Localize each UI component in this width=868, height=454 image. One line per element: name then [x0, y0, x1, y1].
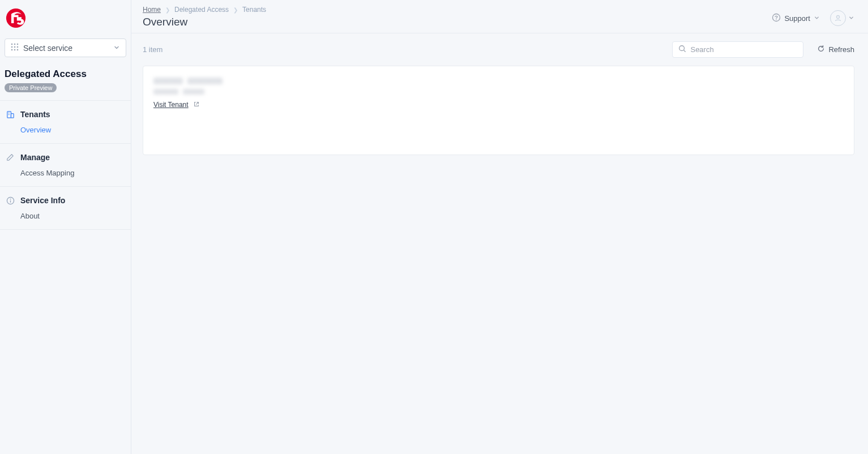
user-avatar-icon [830, 10, 846, 26]
svg-point-3 [17, 44, 19, 45]
f5-logo [6, 8, 26, 28]
chevron-down-icon [814, 14, 820, 23]
apps-grid-icon [11, 43, 19, 53]
pencil-icon [6, 153, 15, 161]
svg-line-21 [684, 50, 686, 52]
svg-point-18 [776, 19, 777, 19]
tenant-card: Visit Tenant [143, 66, 854, 155]
product-badge: Private Preview [5, 83, 57, 92]
breadcrumb-home[interactable]: Home [143, 6, 161, 14]
product-title: Delegated Access [5, 68, 126, 80]
svg-point-2 [14, 44, 16, 45]
svg-point-7 [11, 49, 13, 51]
refresh-button[interactable]: Refresh [817, 45, 854, 54]
service-selector[interactable]: Select service [5, 38, 126, 57]
svg-point-19 [837, 16, 840, 19]
redacted-tenant-name [153, 78, 844, 84]
nav-header-label: Tenants [20, 110, 50, 119]
refresh-label: Refresh [828, 45, 854, 54]
breadcrumb-delegated-access: Delegated Access [174, 6, 229, 14]
support-icon [772, 13, 781, 24]
svg-point-9 [17, 49, 19, 51]
external-link-icon [193, 100, 200, 109]
search-icon [678, 45, 686, 54]
sidebar: Select service Delegated Access Private … [0, 0, 131, 454]
search-input[interactable] [690, 45, 797, 54]
topbar: Home ❯ Delegated Access ❯ Tenants Overvi… [131, 0, 868, 33]
svg-point-15 [10, 199, 11, 200]
chevron-down-icon [113, 44, 120, 53]
nav-section-service-info: Service Info About [0, 187, 131, 230]
nav-header-manage[interactable]: Manage [0, 153, 131, 163]
nav-header-service-info[interactable]: Service Info [0, 196, 131, 206]
refresh-icon [817, 45, 825, 54]
service-selector-label: Select service [23, 44, 113, 53]
product-header: Delegated Access Private Preview [0, 57, 131, 101]
visit-tenant-row: Visit Tenant [153, 100, 844, 109]
svg-point-6 [17, 46, 19, 48]
building-icon [6, 110, 15, 119]
breadcrumb: Home ❯ Delegated Access ❯ Tenants [143, 6, 772, 14]
nav-header-label: Service Info [20, 196, 65, 205]
svg-point-1 [11, 44, 13, 45]
redacted-tenant-meta [153, 89, 844, 95]
nav-header-tenants[interactable]: Tenants [0, 110, 131, 120]
chevron-down-icon [848, 14, 854, 23]
nav-section-tenants: Tenants Overview [0, 101, 131, 144]
support-button[interactable]: Support [772, 13, 820, 24]
svg-point-5 [14, 46, 16, 48]
sidebar-item-overview[interactable]: Overview [0, 120, 131, 134]
chevron-right-icon: ❯ [233, 7, 238, 13]
svg-point-0 [6, 8, 25, 28]
sidebar-item-about[interactable]: About [0, 206, 131, 220]
svg-point-8 [14, 49, 16, 51]
topbar-right: Support [772, 6, 854, 26]
svg-line-22 [196, 102, 198, 105]
toolbar: 1 item Refresh [131, 33, 868, 63]
info-icon [6, 196, 15, 205]
svg-point-4 [11, 46, 13, 48]
breadcrumb-tenants: Tenants [242, 6, 266, 14]
search-box[interactable] [672, 41, 803, 58]
svg-rect-11 [11, 114, 14, 118]
topbar-left: Home ❯ Delegated Access ❯ Tenants Overvi… [143, 6, 772, 28]
nav-header-label: Manage [20, 153, 50, 162]
support-label: Support [784, 14, 810, 23]
page-title: Overview [143, 16, 772, 28]
sidebar-item-access-mapping[interactable]: Access Mapping [0, 163, 131, 177]
user-menu[interactable] [830, 10, 854, 26]
visit-tenant-link[interactable]: Visit Tenant [153, 101, 189, 109]
nav-section-manage: Manage Access Mapping [0, 144, 131, 187]
item-count: 1 item [143, 45, 672, 54]
main-content: Home ❯ Delegated Access ❯ Tenants Overvi… [131, 0, 868, 454]
chevron-right-icon: ❯ [165, 7, 170, 13]
logo-wrap [0, 0, 131, 36]
svg-point-17 [773, 14, 780, 21]
